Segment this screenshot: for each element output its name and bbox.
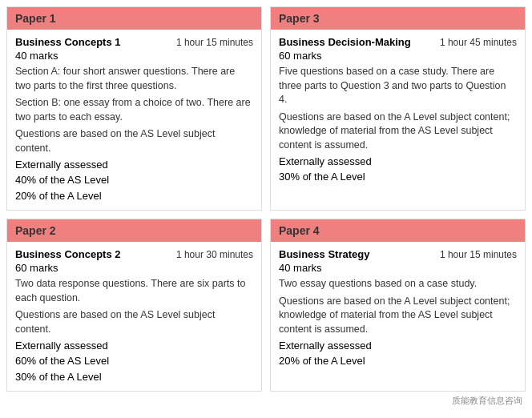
paper1-header: Paper 1 [7, 7, 261, 30]
paper1-duration: 1 hour 15 minutes [176, 37, 253, 48]
paper4-desc-1: Questions are based on the A Level subje… [279, 295, 517, 337]
paper2-header: Paper 2 [7, 219, 261, 242]
paper3-title-row: Business Decision-Making1 hour 45 minute… [279, 36, 517, 48]
paper3-header: Paper 3 [271, 7, 525, 30]
paper4-marks: 40 marks [279, 262, 517, 274]
paper1-level-line: 20% of the A Level [15, 188, 253, 204]
paper4-header: Paper 4 [271, 219, 525, 242]
paper2-body: Business Concepts 21 hour 30 minutes60 m… [7, 242, 261, 391]
paper1-marks: 40 marks [15, 50, 253, 62]
paper2-duration: 1 hour 30 minutes [176, 249, 253, 260]
paper2-subject: Business Concepts 2 [15, 248, 121, 260]
paper3-body: Business Decision-Making1 hour 45 minute… [271, 30, 525, 191]
paper3-level-info: 30% of the A Level [279, 169, 517, 185]
paper4-subject: Business Strategy [279, 248, 369, 260]
paper4-duration: 1 hour 15 minutes [440, 249, 517, 260]
paper2-level-line: 30% of the A Level [15, 369, 253, 385]
paper2-marks: 60 marks [15, 262, 253, 274]
paper1-desc-0: Section A: four short answer questions. … [15, 65, 253, 93]
paper2-desc-1: Questions are based on the AS Level subj… [15, 308, 253, 336]
paper2-title-row: Business Concepts 21 hour 30 minutes [15, 248, 253, 260]
card-paper4: Paper 4Business Strategy1 hour 15 minute… [270, 219, 526, 392]
card-paper1: Paper 1Business Concepts 11 hour 15 minu… [6, 6, 262, 211]
paper2-level-info: 60% of the AS Level30% of the A Level [15, 353, 253, 384]
paper3-desc-1: Questions are based on the A Level subje… [279, 111, 517, 153]
paper1-level-info: 40% of the AS Level20% of the A Level [15, 172, 253, 203]
watermark: 质能教育信息咨询 [6, 395, 526, 407]
paper2-ext-assessed: Externally assessed [15, 340, 253, 352]
paper3-level-line: 30% of the A Level [279, 169, 517, 185]
paper1-level-line: 40% of the AS Level [15, 172, 253, 188]
paper3-subject: Business Decision-Making [279, 36, 411, 48]
paper1-body: Business Concepts 11 hour 15 minutes40 m… [7, 30, 261, 210]
paper3-marks: 60 marks [279, 50, 517, 62]
paper1-subject: Business Concepts 1 [15, 36, 121, 48]
paper4-level-line: 20% of the A Level [279, 353, 517, 369]
paper4-ext-assessed: Externally assessed [279, 340, 517, 352]
card-paper3: Paper 3Business Decision-Making1 hour 45… [270, 6, 526, 211]
papers-grid: Paper 1Business Concepts 11 hour 15 minu… [6, 6, 526, 392]
paper1-title-row: Business Concepts 11 hour 15 minutes [15, 36, 253, 48]
paper2-level-line: 60% of the AS Level [15, 353, 253, 369]
paper4-level-info: 20% of the A Level [279, 353, 517, 369]
card-paper2: Paper 2Business Concepts 21 hour 30 minu… [6, 219, 262, 392]
paper3-ext-assessed: Externally assessed [279, 155, 517, 167]
paper1-desc-2: Questions are based on the AS Level subj… [15, 127, 253, 155]
paper2-desc-0: Two data response questions. There are s… [15, 277, 253, 305]
paper1-desc-1: Section B: one essay from a choice of tw… [15, 96, 253, 124]
paper4-body: Business Strategy1 hour 15 minutes40 mar… [271, 242, 525, 376]
paper4-title-row: Business Strategy1 hour 15 minutes [279, 248, 517, 260]
paper4-desc-0: Two essay questions based on a case stud… [279, 277, 517, 291]
paper3-desc-0: Five questions based on a case study. Th… [279, 65, 517, 107]
paper3-duration: 1 hour 45 minutes [440, 37, 517, 48]
paper1-ext-assessed: Externally assessed [15, 159, 253, 171]
